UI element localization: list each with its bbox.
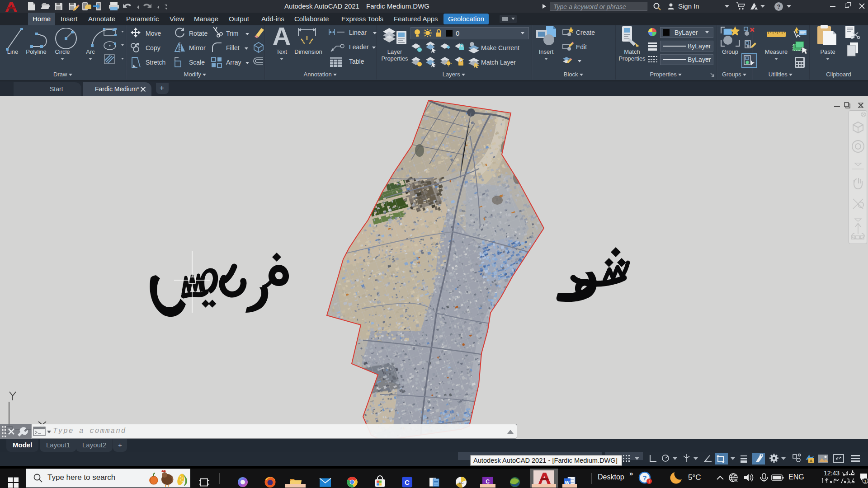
svg-text:1: 1 [864,479,866,483]
svg-text:!: ! [811,459,811,463]
svg-text:?: ? [642,474,646,482]
svg-text:?: ? [777,3,781,10]
svg-text:EC: EC [458,481,463,485]
svg-text:!: ! [649,479,650,483]
svg-text:C: C [405,479,410,486]
